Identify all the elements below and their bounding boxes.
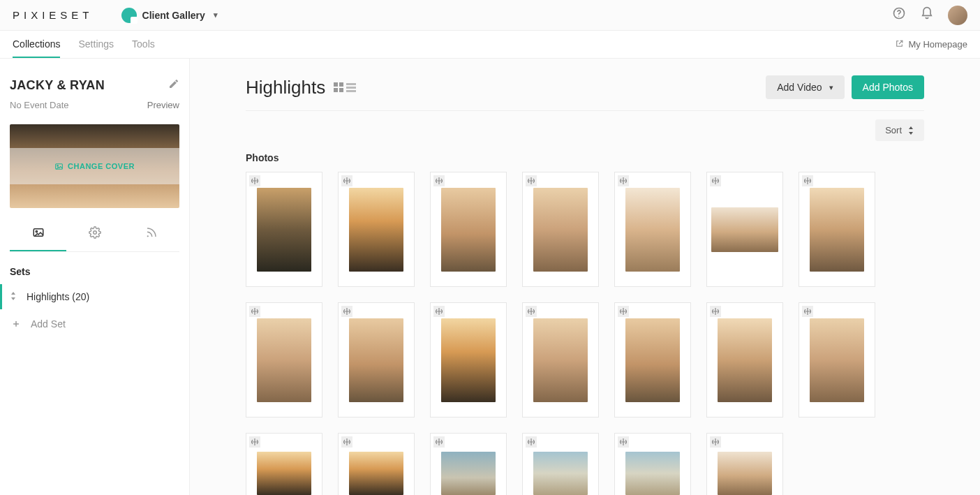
drag-handle-icon[interactable] [526,175,537,186]
app-switcher-label: Client Gallery [142,10,205,21]
photo-thumbnail[interactable] [338,172,415,287]
photo-thumbnail[interactable] [799,302,875,418]
drag-handle-icon[interactable] [526,436,537,448]
photo-thumbnail[interactable] [338,302,415,418]
add-photos-button[interactable]: Add Photos [852,75,924,99]
drag-handle-icon[interactable] [433,175,445,186]
photo-thumbnail[interactable] [430,172,507,287]
nav-tab-settings[interactable]: Settings [78,31,114,58]
photo-thumbnail[interactable] [522,433,599,495]
photo-image [711,207,778,252]
avatar[interactable] [948,6,967,25]
photo-thumbnail[interactable] [246,302,322,418]
list-view-icon[interactable] [346,82,356,92]
photo-image [625,318,680,402]
drag-handle-icon[interactable] [710,436,721,448]
photo-image [533,452,588,495]
photo-thumbnail[interactable] [338,433,415,495]
drag-handle-icon[interactable] [802,175,813,186]
sort-icon [907,126,914,135]
tab-feed[interactable] [123,218,179,251]
sort-handle-icon[interactable] [10,292,17,302]
drag-handle-icon[interactable] [618,436,629,448]
brand-logo[interactable]: PIXIESET [13,9,94,21]
photo-image [533,318,588,402]
event-date: No Event Date [10,100,69,110]
drag-handle-icon[interactable] [802,306,813,317]
tab-settings-gear[interactable] [66,218,123,251]
photo-thumbnail[interactable] [799,172,875,287]
photo-thumbnail[interactable] [706,172,783,287]
bell-icon[interactable] [920,6,934,24]
photo-thumbnail[interactable] [614,433,691,495]
main: JACKY & RYAN No Event Date Preview CHANG… [0,59,980,495]
drag-handle-icon[interactable] [341,306,352,317]
nav-tab-collections[interactable]: Collections [13,31,60,58]
pencil-icon[interactable] [168,78,179,92]
external-link-icon [895,39,904,50]
svg-point-5 [36,230,37,232]
drag-handle-icon[interactable] [249,436,260,448]
nav-tab-tools[interactable]: Tools [132,31,155,58]
preview-link[interactable]: Preview [147,100,179,110]
my-homepage-label: My Homepage [908,39,967,50]
drag-handle-icon[interactable] [341,436,352,448]
change-cover-label: CHANGE COVER [68,162,135,170]
photo-image [718,452,772,495]
drag-handle-icon[interactable] [710,306,721,317]
change-cover-button[interactable]: CHANGE COVER [54,162,135,171]
view-toggle [334,82,356,92]
photo-image [349,188,403,272]
photo-image [810,188,864,272]
photo-thumbnail[interactable] [706,433,783,495]
sidebar-header: JACKY & RYAN [10,78,179,93]
drag-handle-icon[interactable] [710,175,721,186]
tab-photos[interactable] [10,218,66,251]
drag-handle-icon[interactable] [433,306,445,317]
drag-handle-icon[interactable] [249,175,260,186]
photo-thumbnail[interactable] [246,433,322,495]
drag-handle-icon[interactable] [526,306,537,317]
photo-image [441,188,496,272]
drag-handle-icon[interactable] [618,306,629,317]
svg-point-3 [57,165,59,166]
sidebar-subrow: No Event Date Preview [10,100,179,110]
add-set-button[interactable]: ＋ Add Set [10,309,179,339]
set-title: Highlights [246,77,356,98]
sets-title: Sets [10,266,179,277]
chevron-down-icon: ▾ [829,83,833,92]
set-item-highlights[interactable]: Highlights (20) [0,284,179,309]
sort-row: Sort [246,119,924,141]
photo-thumbnail[interactable] [430,433,507,495]
photo-thumbnail[interactable] [614,302,691,418]
photo-image [349,318,403,402]
help-icon[interactable] [892,6,906,24]
photo-image [441,452,496,495]
app-switcher[interactable]: Client Gallery ▾ [121,8,218,23]
topbar-right [892,6,967,25]
drag-handle-icon[interactable] [249,306,260,317]
my-homepage-link[interactable]: My Homepage [895,39,967,50]
head-actions: Add Video ▾ Add Photos [766,75,924,99]
drag-handle-icon[interactable] [433,436,445,448]
collection-title: JACKY & RYAN [10,78,105,93]
photo-thumbnail[interactable] [706,302,783,418]
drag-handle-icon[interactable] [618,175,629,186]
grid-view-icon[interactable] [334,82,343,92]
add-video-button[interactable]: Add Video ▾ [766,75,844,99]
photo-image [810,318,864,402]
photo-thumbnail[interactable] [522,302,599,418]
photo-thumbnail[interactable] [430,302,507,418]
sort-button[interactable]: Sort [875,119,924,141]
cover-image[interactable]: CHANGE COVER [10,124,179,208]
nav-tabs: CollectionsSettingsTools [13,31,173,58]
set-title-label: Highlights [246,77,325,98]
photo-thumbnail[interactable] [522,172,599,287]
photo-thumbnail[interactable] [614,172,691,287]
content-head: Highlights Add Video ▾ Add Photos [246,75,924,111]
photo-thumbnail[interactable] [246,172,322,287]
drag-handle-icon[interactable] [341,175,352,186]
svg-point-6 [93,231,96,235]
chevron-down-icon: ▾ [214,10,218,20]
photo-image [625,188,680,272]
